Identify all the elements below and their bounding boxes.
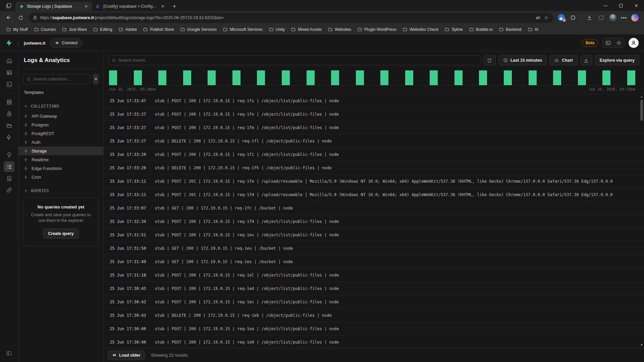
scrollbar-thumb[interactable]	[640, 100, 643, 121]
chart-bar[interactable]	[553, 70, 561, 85]
rail-home-icon[interactable]	[4, 55, 14, 66]
chart-toggle-button[interactable]: Chart	[549, 55, 578, 65]
rail-sql-editor-icon[interactable]	[4, 79, 14, 89]
chart-bar[interactable]	[282, 70, 290, 85]
bookmark-item[interactable]: Courses	[31, 25, 59, 33]
rail-table-editor-icon[interactable]	[4, 67, 14, 78]
sidebar-item-templates[interactable]: Templates	[18, 84, 103, 97]
log-row[interactable]: 25 Jun 17:30:40stub | POST | 200 | 172.1…	[104, 336, 644, 348]
bookmark-item[interactable]: Plugin WordPress	[355, 25, 399, 33]
time-range-button[interactable]: Last 15 minutes	[498, 55, 547, 65]
scroll-down-icon[interactable]: ▼	[640, 343, 643, 347]
chart-bar[interactable]	[257, 70, 265, 85]
log-row[interactable]: 25 Jun 17:33:20stub | DELETE | 200 | 172…	[104, 161, 644, 175]
collection-item[interactable]: Cron	[18, 173, 103, 181]
collection-item[interactable]: API Gateway	[18, 112, 103, 120]
chart-bar[interactable]	[158, 70, 166, 85]
tab-close-icon[interactable]: ✕	[84, 4, 89, 9]
minimize-button[interactable]: —	[598, 0, 613, 11]
supabase-logo-icon[interactable]	[5, 39, 13, 47]
collection-item[interactable]: Postgres	[18, 120, 103, 129]
rail-integrations-icon[interactable]	[4, 185, 14, 195]
log-row[interactable]: 25 Jun 17:31:50stub | GET | 200 | 172.19…	[104, 242, 644, 255]
chart-bar[interactable]	[331, 70, 339, 85]
chart-bar[interactable]	[183, 70, 191, 85]
rail-logs-icon[interactable]	[4, 161, 14, 172]
bookmark-item[interactable]: Spline	[442, 25, 465, 33]
downloads-icon[interactable]	[586, 14, 593, 21]
collection-item[interactable]: Auth	[18, 138, 103, 146]
queries-section-header[interactable]: QUERIES	[18, 185, 103, 196]
bookmark-item[interactable]: AI	[525, 25, 541, 33]
log-row[interactable]: 25 Jun 17:33:27stub | DELETE | 200 | 172…	[104, 134, 644, 148]
rail-database-icon[interactable]	[4, 97, 14, 107]
collection-item[interactable]: Storage	[18, 146, 103, 155]
chart-bar[interactable]	[134, 70, 142, 85]
rail-reports-icon[interactable]	[4, 173, 14, 184]
translate-icon[interactable]: aA	[536, 15, 540, 20]
new-tab-button[interactable]: +	[170, 2, 179, 11]
scrollbar[interactable]: ▲ ▼	[639, 94, 644, 348]
url-text[interactable]: https://supabase.justware.it/project/def…	[40, 15, 533, 20]
chart-bar[interactable]	[454, 70, 463, 85]
chart-bar[interactable]	[380, 70, 388, 85]
bookmark-item[interactable]: Publish Store	[140, 25, 176, 33]
bookmark-item[interactable]: Websites	[325, 25, 354, 33]
event-bar-chart[interactable]	[109, 69, 635, 85]
tab-coolify[interactable]: C [Coolify] supabase > Configurati ✕	[92, 2, 168, 11]
browser-profile-avatar[interactable]	[609, 14, 616, 21]
close-button[interactable]: ✕	[629, 0, 644, 11]
log-row[interactable]: 25 Jun 17:32:34stub | POST | 200 | 172.1…	[104, 215, 644, 228]
bookmark-item[interactable]: Websites Check	[400, 25, 441, 33]
browser-menu-icon[interactable]: •••	[621, 15, 627, 20]
terminal-icon[interactable]	[603, 38, 613, 48]
chart-bar[interactable]	[232, 70, 240, 85]
bookmark-item[interactable]: Microsoft Services	[220, 25, 265, 33]
chart-bar[interactable]	[208, 70, 216, 85]
chart-bar[interactable]	[529, 70, 537, 85]
bookmark-item[interactable]: Just Ware	[59, 25, 90, 33]
log-row[interactable]: 25 Jun 17:33:20stub | POST | 200 | 172.1…	[104, 148, 644, 161]
log-row[interactable]: 25 Jun 17:33:11stub | POST | 201 | 172.1…	[104, 188, 644, 201]
bookmark-item[interactable]: My Stuff	[3, 25, 31, 33]
chart-bar[interactable]	[307, 70, 315, 85]
search-collections-input[interactable]	[23, 74, 91, 84]
inspector-diamond-icon[interactable]	[613, 38, 624, 48]
search-events-input[interactable]	[108, 55, 481, 65]
log-row[interactable]: 25 Jun 17:33:11stub | POST | 201 | 172.1…	[104, 175, 644, 188]
chart-bar[interactable]	[430, 70, 438, 85]
vpn-extension-icon[interactable]: P	[558, 14, 565, 21]
log-row[interactable]: 25 Jun 17:33:27stub | POST | 200 | 172.1…	[104, 108, 644, 121]
log-row[interactable]: 25 Jun 17:30:40stub | POST | 200 | 172.1…	[104, 322, 644, 336]
rail-storage-icon[interactable]	[4, 120, 14, 131]
address-bar[interactable]: https://supabase.justware.it/project/def…	[29, 13, 553, 23]
chart-bar[interactable]	[356, 70, 364, 85]
maximize-button[interactable]	[613, 0, 629, 11]
log-row[interactable]: 25 Jun 17:31:18stub | POST | 200 | 172.1…	[104, 268, 644, 282]
screenshot-icon[interactable]	[597, 14, 605, 21]
rail-collapse-panel-icon[interactable]	[4, 348, 14, 359]
bookmark-item[interactable]: Mixed Assets	[288, 25, 324, 33]
explore-via-query-button[interactable]: Explore via query	[595, 55, 639, 65]
collection-item[interactable]: Edge Functions	[18, 164, 103, 173]
tab-storage-logs[interactable]: Storage Logs | Supabase ✕	[15, 2, 92, 11]
refresh-icon[interactable]	[15, 13, 26, 23]
log-row[interactable]: 25 Jun 17:31:49stub | GET | 200 | 172.19…	[104, 255, 644, 268]
account-avatar[interactable]	[629, 38, 639, 48]
refresh-logs-button[interactable]	[484, 55, 496, 65]
download-logs-button[interactable]	[580, 55, 592, 65]
collection-item[interactable]: Realtime	[18, 155, 103, 164]
back-icon[interactable]	[3, 13, 14, 23]
tab-workspaces-icon[interactable]	[2, 0, 15, 11]
create-query-button[interactable]: Create query	[43, 229, 78, 239]
connect-button[interactable]: Connect	[50, 38, 82, 48]
chart-bar[interactable]	[479, 70, 487, 85]
load-older-button[interactable]: Load older	[108, 351, 145, 360]
favorite-star-icon[interactable]: ☆	[544, 15, 548, 21]
log-row[interactable]: 25 Jun 17:31:51stub | POST | 200 | 172.1…	[104, 228, 644, 242]
bookmark-item[interactable]: Backend	[496, 25, 524, 33]
chart-bar[interactable]	[578, 70, 586, 85]
log-row[interactable]: 25 Jun 17:30:43stub | POST | 200 | 172.1…	[104, 295, 644, 309]
chart-bar[interactable]	[109, 70, 117, 85]
rail-authentication-icon[interactable]	[4, 108, 14, 119]
